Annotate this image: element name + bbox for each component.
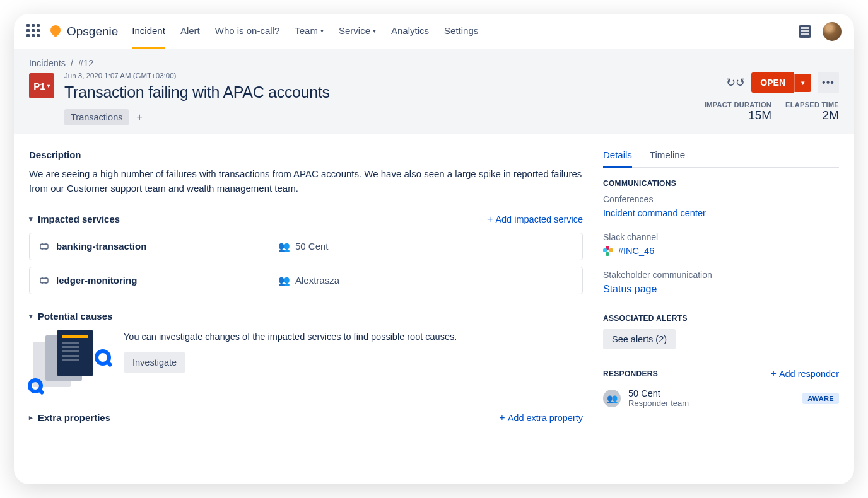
responders-heading: RESPONDERS bbox=[603, 369, 658, 378]
extra-properties-toggle[interactable]: ▸ Extra properties bbox=[29, 412, 110, 423]
responder-row[interactable]: 👥 50 Cent Responder team AWARE bbox=[603, 388, 839, 408]
causes-text: You can investigate changes of the impac… bbox=[124, 330, 457, 344]
elapsed-time-label: ELAPSED TIME bbox=[785, 101, 839, 108]
svg-rect-1 bbox=[40, 278, 48, 283]
timestamp: Jun 3, 2020 1:07 AM (GMT+03:00) bbox=[64, 72, 330, 79]
chevron-down-icon: ▾ bbox=[29, 312, 33, 320]
responder-name: 50 Cent bbox=[628, 388, 689, 398]
chevron-down-icon: ▾ bbox=[373, 27, 376, 34]
tag-transactions[interactable]: Transactions bbox=[64, 109, 129, 125]
add-responder-button[interactable]: + Add responder bbox=[771, 368, 839, 379]
priority-badge[interactable]: P1▾ bbox=[29, 73, 54, 98]
slack-channel-link[interactable]: #INC_46 bbox=[618, 246, 654, 256]
associated-alerts-heading: ASSOCIATED ALERTS bbox=[603, 314, 839, 323]
nav-settings[interactable]: Settings bbox=[444, 14, 478, 49]
nav-oncall[interactable]: Who is on-call? bbox=[215, 14, 280, 49]
investigate-button[interactable]: Investigate bbox=[124, 352, 185, 373]
service-icon bbox=[38, 241, 50, 252]
service-team: Alextrasza bbox=[295, 275, 339, 286]
top-nav: Opsgenie Incident Alert Who is on-call? … bbox=[14, 14, 854, 49]
investigate-illustration bbox=[29, 330, 108, 391]
impact-duration-label: IMPACT DURATION bbox=[705, 101, 771, 108]
aware-badge: AWARE bbox=[802, 393, 839, 404]
app-switcher-icon[interactable] bbox=[26, 24, 42, 39]
team-icon: 👥 bbox=[278, 241, 290, 252]
responder-subtitle: Responder team bbox=[628, 398, 689, 408]
service-icon bbox=[38, 275, 50, 286]
chevron-down-icon: ▾ bbox=[320, 27, 324, 34]
service-name: ledger-monitoring bbox=[56, 275, 137, 286]
tab-details[interactable]: Details bbox=[603, 149, 632, 168]
nav-analytics[interactable]: Analytics bbox=[391, 14, 429, 49]
communications-heading: COMMUNICATIONS bbox=[603, 179, 839, 188]
add-extra-property-button[interactable]: + Add extra property bbox=[499, 412, 583, 424]
breadcrumb-current: #12 bbox=[78, 58, 93, 68]
more-actions-button[interactable]: ••• bbox=[818, 72, 839, 93]
opsgenie-icon bbox=[50, 25, 63, 38]
breadcrumb: Incidents / #12 bbox=[29, 58, 839, 68]
stakeholder-comm-label: Stakeholder communication bbox=[603, 270, 839, 280]
potential-causes-toggle[interactable]: ▾ Potential causes bbox=[29, 311, 112, 321]
description-heading: Description bbox=[29, 149, 583, 160]
status-page-link[interactable]: Status page bbox=[603, 284, 839, 295]
slack-icon bbox=[603, 246, 613, 256]
impact-duration-value: 15M bbox=[705, 108, 771, 122]
incident-command-center-link[interactable]: Incident command center bbox=[603, 208, 839, 218]
see-alerts-button[interactable]: See alerts (2) bbox=[603, 329, 676, 349]
team-icon: 👥 bbox=[278, 275, 290, 286]
add-impacted-service-button[interactable]: + Add impacted service bbox=[487, 214, 583, 225]
breadcrumb-parent[interactable]: Incidents bbox=[29, 58, 66, 68]
page-header: Incidents / #12 P1▾ Jun 3, 2020 1:07 AM … bbox=[14, 49, 854, 134]
elapsed-time-value: 2M bbox=[785, 108, 839, 122]
slack-channel-label: Slack channel bbox=[603, 232, 839, 242]
nav-incident[interactable]: Incident bbox=[132, 14, 165, 49]
conferences-label: Conferences bbox=[603, 194, 839, 204]
service-row[interactable]: banking-transaction 👥 50 Cent bbox=[29, 233, 583, 260]
team-avatar-icon: 👥 bbox=[603, 390, 621, 407]
main-content: Description We are seeing a high number … bbox=[29, 149, 583, 469]
logo-text: Opsgenie bbox=[67, 25, 118, 38]
nav-team[interactable]: Team▾ bbox=[295, 14, 324, 49]
nav-alert[interactable]: Alert bbox=[180, 14, 200, 49]
service-team: 50 Cent bbox=[295, 241, 329, 252]
chevron-right-icon: ▸ bbox=[29, 414, 33, 422]
status-button[interactable]: OPEN ▾ bbox=[751, 72, 811, 93]
nav-service[interactable]: Service▾ bbox=[339, 14, 376, 49]
svg-rect-0 bbox=[40, 244, 48, 249]
details-sidebar: Details Timeline COMMUNICATIONS Conferen… bbox=[603, 149, 839, 469]
plus-icon: + bbox=[499, 412, 505, 424]
service-name: banking-transaction bbox=[56, 241, 146, 252]
tab-timeline[interactable]: Timeline bbox=[650, 149, 685, 168]
chevron-down-icon: ▾ bbox=[29, 215, 33, 223]
plus-icon: + bbox=[487, 214, 493, 225]
page-title: Transaction failing with APAC accounts bbox=[64, 83, 330, 101]
description-text: We are seeing a high number of failures … bbox=[29, 166, 583, 196]
sync-icon[interactable]: ↻↺ bbox=[726, 76, 745, 90]
nav-tabs: Incident Alert Who is on-call? Team▾ Ser… bbox=[132, 14, 478, 49]
impacted-services-toggle[interactable]: ▾ Impacted services bbox=[29, 214, 120, 224]
service-row[interactable]: ledger-monitoring 👥 Alextrasza bbox=[29, 267, 583, 294]
add-tag-button[interactable]: + bbox=[134, 112, 144, 123]
chevron-down-icon: ▾ bbox=[47, 83, 50, 89]
logo[interactable]: Opsgenie bbox=[50, 25, 118, 38]
docs-icon[interactable] bbox=[799, 25, 811, 38]
plus-icon: + bbox=[771, 368, 777, 379]
status-dropdown[interactable]: ▾ bbox=[794, 74, 811, 92]
profile-avatar[interactable] bbox=[823, 22, 842, 41]
